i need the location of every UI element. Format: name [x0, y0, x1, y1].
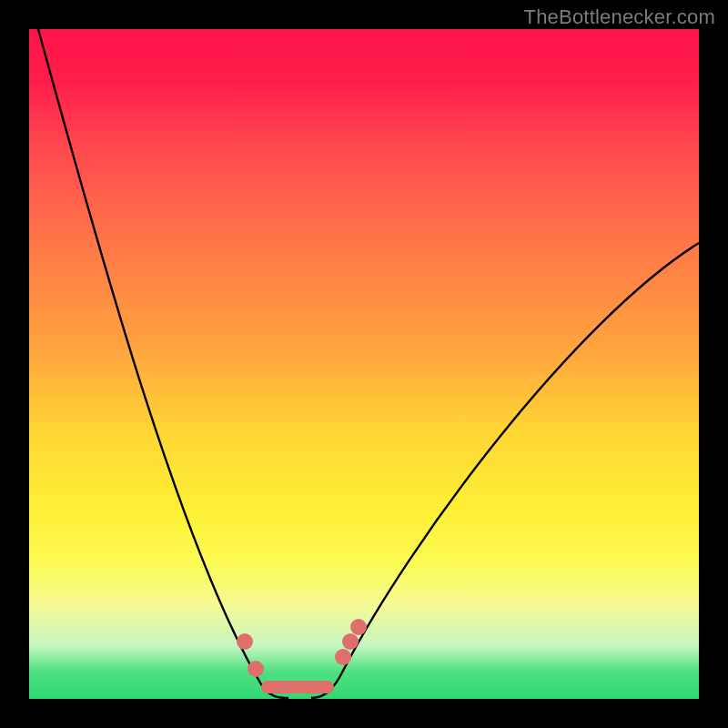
plot-area — [29, 29, 699, 699]
highlight-marker — [342, 633, 359, 650]
curve-layer — [29, 29, 699, 699]
left-curve — [38, 29, 288, 698]
highlight-marker — [248, 661, 264, 677]
highlight-marker — [350, 619, 367, 635]
highlight-marker — [237, 633, 253, 650]
watermark-text: TheBottlenecker.com — [524, 5, 715, 29]
chart-frame: TheBottlenecker.com — [0, 0, 728, 728]
highlight-marker — [335, 649, 351, 665]
right-curve — [311, 243, 699, 698]
